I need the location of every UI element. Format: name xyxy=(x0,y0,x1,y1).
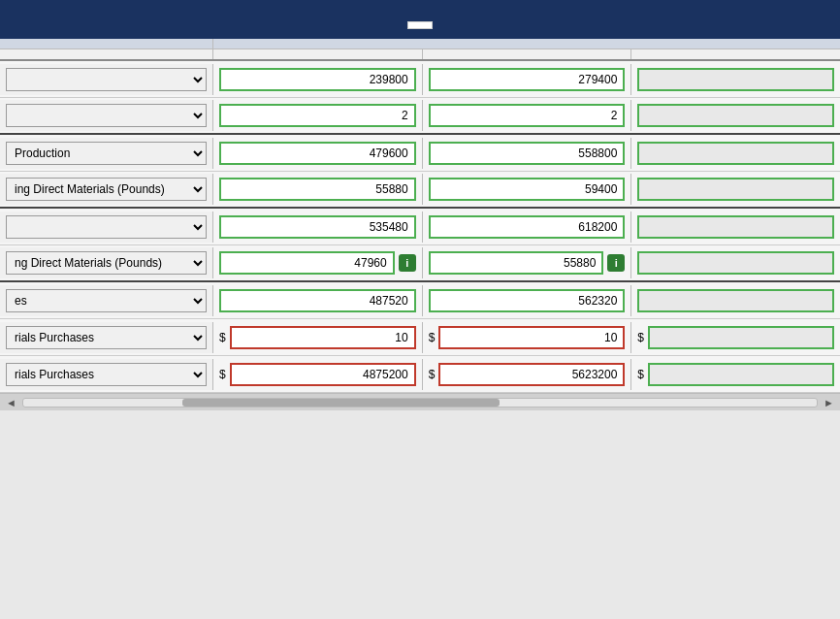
data-cell xyxy=(423,138,632,169)
data-cell: $ xyxy=(213,322,423,353)
col-header-3 xyxy=(631,49,840,59)
data-cell: i xyxy=(213,247,423,278)
table-row: rials Purchases$$$ xyxy=(0,356,840,393)
table-row: Production xyxy=(0,135,840,172)
value-input[interactable] xyxy=(637,104,834,127)
info-button[interactable]: i xyxy=(607,254,625,272)
row-label-cell: ng Direct Materials (Pounds) xyxy=(0,247,213,278)
info-button[interactable]: i xyxy=(399,254,416,272)
data-cell: $ xyxy=(631,359,840,390)
row-label-cell: rials Purchases xyxy=(0,322,213,353)
data-cell xyxy=(423,64,632,95)
scroll-right-arrow[interactable]: ► xyxy=(822,397,836,408)
data-cell xyxy=(631,174,840,205)
data-cell xyxy=(213,138,423,169)
data-cell xyxy=(631,247,840,278)
subheader-left xyxy=(0,39,213,49)
dollar-sign: $ xyxy=(219,331,226,344)
row-label-cell: es xyxy=(0,285,213,316)
dollar-sign: $ xyxy=(637,368,644,381)
scroll-track[interactable] xyxy=(22,398,818,407)
table-row: rials Purchases$$$ xyxy=(0,319,840,356)
scroll-left-arrow[interactable]: ◄ xyxy=(4,397,18,408)
value-input[interactable] xyxy=(429,178,626,201)
value-input[interactable] xyxy=(429,215,626,239)
value-input[interactable] xyxy=(637,68,834,91)
value-input[interactable] xyxy=(429,251,604,275)
value-input[interactable] xyxy=(219,104,416,127)
data-cell xyxy=(631,285,840,316)
row-label-select[interactable]: Production xyxy=(6,142,207,165)
data-cell xyxy=(631,100,840,131)
data-cell xyxy=(423,212,632,243)
value-input[interactable] xyxy=(429,142,626,165)
quarter-label xyxy=(213,39,840,49)
value-input[interactable] xyxy=(219,251,395,275)
data-cell: $ xyxy=(631,322,840,353)
row-label-cell xyxy=(0,64,213,95)
value-input[interactable] xyxy=(637,142,834,165)
value-input[interactable] xyxy=(429,68,626,91)
table-row: ng Direct Materials (Pounds)ii xyxy=(0,245,840,282)
year-dropdown[interactable] xyxy=(407,21,433,29)
data-cell xyxy=(423,100,632,131)
row-label-select[interactable] xyxy=(6,68,207,91)
scroll-thumb[interactable] xyxy=(182,399,500,407)
table-row xyxy=(0,209,840,245)
row-label-select[interactable]: rials Purchases xyxy=(6,326,207,349)
value-input[interactable] xyxy=(219,178,416,201)
row-label-select[interactable] xyxy=(6,104,207,127)
report-header xyxy=(0,0,840,39)
col-header-label xyxy=(0,49,213,59)
data-cell xyxy=(213,174,423,205)
value-input[interactable] xyxy=(219,68,416,91)
row-label-cell: ing Direct Materials (Pounds) xyxy=(0,174,213,205)
column-headers xyxy=(0,49,840,61)
row-label-select[interactable]: ng Direct Materials (Pounds) xyxy=(6,251,207,275)
table-row: ing Direct Materials (Pounds) xyxy=(0,172,840,209)
table-row xyxy=(0,98,840,135)
value-input[interactable] xyxy=(438,326,625,349)
subheader-row xyxy=(0,39,840,49)
row-label-select[interactable] xyxy=(6,215,207,239)
data-cell xyxy=(213,212,423,243)
horizontal-scrollbar[interactable]: ◄ ► xyxy=(0,393,840,410)
value-input[interactable] xyxy=(648,326,834,349)
data-cell xyxy=(423,174,632,205)
value-input[interactable] xyxy=(637,251,834,275)
value-input[interactable] xyxy=(429,104,626,127)
row-label-select[interactable]: rials Purchases xyxy=(6,363,207,386)
data-cell xyxy=(213,285,423,316)
dollar-sign: $ xyxy=(219,368,226,381)
value-input[interactable] xyxy=(637,178,834,201)
value-input[interactable] xyxy=(230,326,416,349)
data-cell: i xyxy=(423,247,632,278)
value-input[interactable] xyxy=(648,363,834,386)
value-input[interactable] xyxy=(230,363,416,386)
row-label-select[interactable]: ing Direct Materials (Pounds) xyxy=(6,178,207,201)
dollar-sign: $ xyxy=(429,368,436,381)
value-input[interactable] xyxy=(219,289,416,312)
col-header-1 xyxy=(213,49,423,59)
value-input[interactable] xyxy=(429,289,626,312)
data-cell: $ xyxy=(213,359,423,390)
value-input[interactable] xyxy=(637,289,834,312)
row-label-cell: Production xyxy=(0,138,213,169)
data-cell xyxy=(423,285,632,316)
data-cell xyxy=(631,64,840,95)
row-label-cell xyxy=(0,100,213,131)
table-row xyxy=(0,61,840,98)
col-header-2 xyxy=(423,49,632,59)
row-label-select[interactable]: es xyxy=(6,289,207,312)
value-input[interactable] xyxy=(637,215,834,239)
dollar-sign: $ xyxy=(429,331,436,344)
data-cell: $ xyxy=(423,359,632,390)
data-cell xyxy=(213,64,423,95)
value-input[interactable] xyxy=(219,215,416,239)
data-cell xyxy=(631,138,840,169)
data-cell: $ xyxy=(423,322,632,353)
row-label-cell xyxy=(0,212,213,243)
value-input[interactable] xyxy=(219,142,416,165)
value-input[interactable] xyxy=(438,363,625,386)
data-cell xyxy=(631,212,840,243)
